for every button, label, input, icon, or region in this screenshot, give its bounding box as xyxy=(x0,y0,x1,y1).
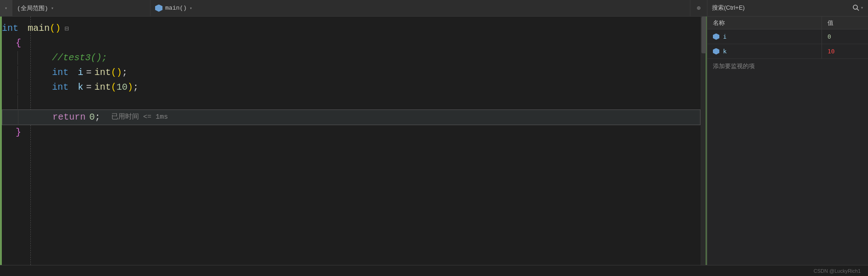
editor-area: int main ( ) ⊟ { xyxy=(2,17,707,265)
function-selector[interactable]: main() ▾ xyxy=(150,0,690,16)
func-name-main: main xyxy=(22,21,50,36)
brace-close: } xyxy=(16,125,21,140)
watch-panel: 名称 值 i 0 k xyxy=(707,17,868,265)
scope-guide-5 xyxy=(17,80,18,94)
pin-button[interactable]: ⊕ xyxy=(690,0,707,16)
collapse-icon[interactable]: ⊟ xyxy=(64,25,69,32)
svg-line-1 xyxy=(857,9,859,11)
kw-int-main: int xyxy=(2,21,18,36)
fn-int-k-call: int xyxy=(94,80,111,95)
watch-row-k[interactable]: k 10 xyxy=(707,44,868,59)
line-content-2: { xyxy=(2,36,21,51)
func-label: main() xyxy=(165,5,187,12)
line-content-8: } xyxy=(2,125,21,140)
eq-k: = xyxy=(86,80,92,95)
code-line-2: { xyxy=(2,36,700,51)
scope-guide-6 xyxy=(17,95,18,109)
watch-row-i-name: i xyxy=(707,29,822,44)
line-content-4: int i = int ( ) ; xyxy=(2,65,127,80)
code-line-3: //test3(); xyxy=(2,51,700,65)
var-i: i xyxy=(72,65,83,80)
add-watch-label: 添加要监视的项 xyxy=(713,62,755,70)
search-dropdown-icon: ▾ xyxy=(861,5,863,11)
chevron-func-icon: ▾ xyxy=(190,6,192,11)
toolbar: ▾ (全局范围) ▾ main() ▾ ⊕ 搜索(Ctrl+E) ▾ xyxy=(0,0,868,17)
scrollbar-line-indicator xyxy=(706,17,707,265)
scrollbar[interactable] xyxy=(700,17,707,265)
return-zero: 0 xyxy=(89,110,95,125)
scope-dropdown-left[interactable]: ▾ xyxy=(0,0,12,16)
semi-k: ; xyxy=(133,80,139,95)
code-line-1: int main ( ) ⊟ xyxy=(2,21,700,36)
watch-search-bar: 搜索(Ctrl+E) ▾ xyxy=(707,0,868,17)
var-k: k xyxy=(72,80,83,95)
fn-int-call: int xyxy=(94,65,111,80)
svg-point-0 xyxy=(853,5,857,9)
semi-return: ; xyxy=(95,110,100,125)
scope-guide-7 xyxy=(18,110,18,124)
line-content-6e xyxy=(2,95,20,109)
code-line-4: int i = int ( ) ; xyxy=(2,65,700,80)
pin-icon: ⊕ xyxy=(697,4,700,12)
paren-close-main: ) xyxy=(55,21,61,36)
comment-test3: //test3(); xyxy=(52,51,107,65)
col-name-label: 名称 xyxy=(713,19,725,27)
kw-return: return xyxy=(52,110,86,125)
var-name-i: i xyxy=(723,33,727,40)
var-value-k: 10 xyxy=(827,48,835,55)
watch-table-header: 名称 值 xyxy=(707,17,868,29)
semi-i: ; xyxy=(122,65,127,80)
search-button[interactable]: ▾ xyxy=(852,4,863,12)
line-content-1: int main ( ) xyxy=(2,21,61,36)
watch-table: 名称 值 i 0 k xyxy=(707,17,868,265)
code-container[interactable]: int main ( ) ⊟ { xyxy=(2,17,700,265)
kw-int-k: int xyxy=(52,80,69,95)
eq-i: = xyxy=(86,65,92,80)
brace-open: { xyxy=(16,36,21,51)
paren-open-main: ( xyxy=(50,21,55,36)
scope-label: (全局范围) xyxy=(17,4,48,12)
var-icon-k xyxy=(713,48,719,55)
line-content-3: //test3(); xyxy=(2,51,107,65)
watch-row-i[interactable]: i 0 xyxy=(707,29,868,44)
num-10: 10 xyxy=(116,80,127,95)
paren-k-open: ( xyxy=(111,80,116,95)
code-line-7: return 0 ; 已用时间 <= 1ms xyxy=(2,109,700,125)
chevron-left-icon: ▾ xyxy=(5,6,7,11)
watch-row-k-value: 10 xyxy=(822,44,868,58)
col-value-label: 值 xyxy=(827,19,833,27)
scrollbar-thumb[interactable] xyxy=(701,17,706,53)
paren-int-close: ) xyxy=(116,65,122,80)
line-content-5: int k = int ( 10 ) ; xyxy=(2,80,139,95)
code-line-5: int k = int ( 10 ) ; xyxy=(2,80,700,95)
footer-credit: CSDN @LuckyRich1 xyxy=(814,268,861,274)
scope-guide-4 xyxy=(17,66,18,80)
line-content-7: return 0 ; 已用时间 <= 1ms xyxy=(2,110,168,125)
chevron-scope-icon: ▾ xyxy=(51,6,54,11)
var-icon-i xyxy=(713,34,719,40)
timing-label: 已用时间 <= 1ms xyxy=(103,112,168,123)
col-name-header: 名称 xyxy=(707,17,822,29)
paren-int-open: ( xyxy=(111,65,116,80)
col-value-header: 值 xyxy=(822,17,868,29)
scope-selector[interactable]: (全局范围) ▾ xyxy=(12,0,150,16)
watch-row-k-name: k xyxy=(707,44,822,58)
function-icon xyxy=(155,5,162,12)
footer: CSDN @LuckyRich1 xyxy=(0,265,868,276)
watch-row-i-value: 0 xyxy=(822,29,868,44)
kw-int-i: int xyxy=(52,65,69,80)
var-name-k: k xyxy=(723,48,727,55)
code-line-8: } xyxy=(2,125,700,140)
var-value-i: 0 xyxy=(827,33,831,40)
add-watch-row[interactable]: 添加要监视的项 xyxy=(707,59,868,74)
toolbar-left: ▾ (全局范围) ▾ main() ▾ ⊕ xyxy=(0,0,707,16)
paren-k-close: ) xyxy=(127,80,133,95)
search-label: 搜索(Ctrl+E) xyxy=(712,4,849,12)
main-content: int main ( ) ⊟ { xyxy=(0,17,868,265)
scope-guide-3 xyxy=(17,51,18,65)
code-line-6-empty xyxy=(2,95,700,109)
